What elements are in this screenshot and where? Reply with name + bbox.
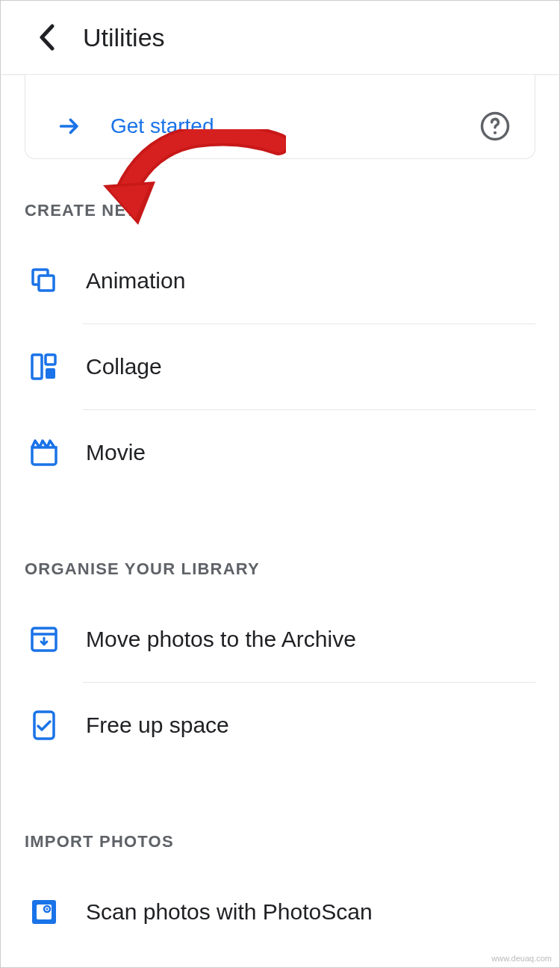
help-icon xyxy=(479,111,511,142)
list-item-label: Animation xyxy=(86,268,185,294)
content-area: Get started CREATE NEW Animation xyxy=(1,75,559,940)
back-button[interactable] xyxy=(31,22,62,53)
divider xyxy=(83,323,535,324)
divider xyxy=(83,682,535,683)
list-item-movie[interactable]: Movie xyxy=(25,425,535,480)
svg-rect-8 xyxy=(46,368,55,379)
animation-icon xyxy=(28,266,60,296)
photoscan-icon xyxy=(28,897,60,927)
list-item-label: Collage xyxy=(86,354,162,379)
archive-icon xyxy=(28,625,60,654)
get-started-card[interactable]: Get started xyxy=(25,75,535,159)
list-item-archive[interactable]: Move photos to the Archive xyxy=(25,612,535,667)
svg-rect-7 xyxy=(46,355,55,364)
list-item-photoscan[interactable]: Scan photos with PhotoScan xyxy=(25,884,535,940)
svg-rect-5 xyxy=(39,276,54,291)
get-started-link[interactable]: Get started xyxy=(111,114,479,138)
section-header-create-new: CREATE NEW xyxy=(25,201,535,220)
list-item-animation[interactable]: Animation xyxy=(25,253,535,308)
watermark: www.deuaq.com xyxy=(491,954,552,963)
svg-rect-6 xyxy=(32,355,42,379)
svg-point-15 xyxy=(46,908,49,910)
divider xyxy=(83,409,535,410)
list-item-collage[interactable]: Collage xyxy=(25,339,535,394)
arrow-right-icon xyxy=(57,114,82,139)
list-item-label: Scan photos with PhotoScan xyxy=(86,899,373,925)
movie-icon xyxy=(28,438,60,467)
app-header: Utilities xyxy=(1,1,559,75)
section-header-organise: ORGANISE YOUR LIBRARY xyxy=(25,559,535,579)
list-item-label: Movie xyxy=(86,440,146,465)
chevron-left-icon xyxy=(38,24,55,51)
list-item-freeup[interactable]: Free up space xyxy=(25,698,535,753)
page-title: Utilities xyxy=(83,23,165,52)
list-item-label: Free up space xyxy=(86,713,229,738)
section-header-import: IMPORT PHOTOS xyxy=(25,832,535,851)
collage-icon xyxy=(28,353,60,381)
help-button[interactable] xyxy=(479,111,511,142)
svg-point-1 xyxy=(494,131,497,134)
list-item-label: Move photos to the Archive xyxy=(86,627,356,652)
free-up-space-icon xyxy=(28,710,60,741)
